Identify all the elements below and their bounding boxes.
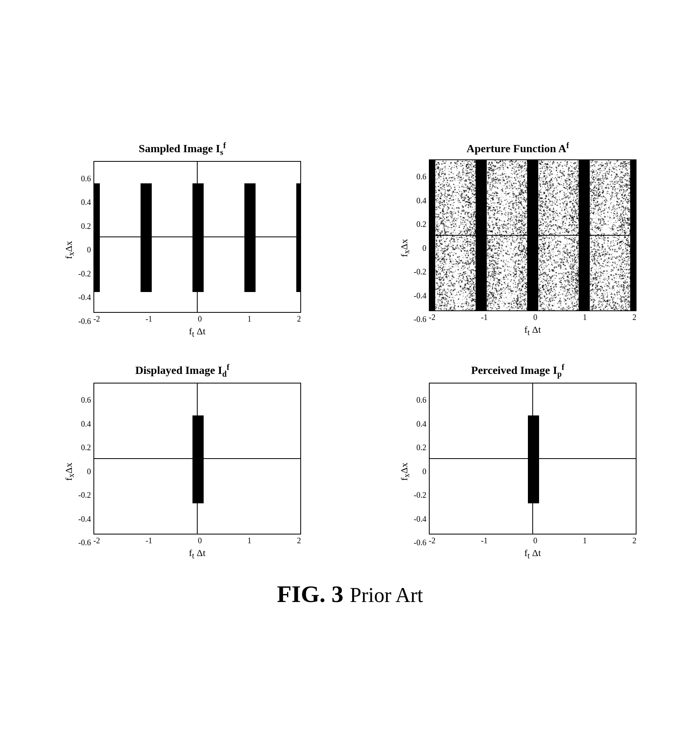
- chart-area-perceived: fxΔx 0.6 0.4 0.2 0 -0.2 -0.4 -0.6: [399, 383, 636, 560]
- figure-label: FIG. 3: [277, 580, 343, 608]
- xaxis-labels-displayed: -2 -1 0 1 2: [93, 536, 301, 545]
- bar-displayed-center: [192, 415, 204, 503]
- chart-with-yaxis-displayed: fxΔx 0.6 0.4 0.2 0 -0.2 -0.4 -0.6: [63, 383, 301, 560]
- chart-area-displayed: fxΔx 0.6 0.4 0.2 0 -0.2 -0.4 -0.6: [63, 383, 301, 560]
- chart-box-displayed: [93, 383, 301, 534]
- yaxis-labels-displayed: 0.6 0.4 0.2 0 -0.2 -0.4 -0.6: [78, 395, 91, 547]
- yaxis-labels-perceived: 0.6 0.4 0.2 0 -0.2 -0.4 -0.6: [414, 395, 426, 547]
- xlabel-aperture: ft Δt: [524, 324, 541, 337]
- y-label-displayed: fxΔx: [63, 463, 76, 481]
- chart-with-yaxis-aperture: fxΔx 0.6 0.4 0.2 0 -0.2 -0.4 -0.6: [399, 159, 636, 337]
- chart-with-yaxis-perceived: fxΔx 0.6 0.4 0.2 0 -0.2 -0.4 -0.6: [399, 383, 636, 560]
- chart-area-aperture: fxΔx 0.6 0.4 0.2 0 -0.2 -0.4 -0.6: [399, 159, 636, 337]
- chart-panel-perceived: Perceived Image Ipf fxΔx 0.6 0.4 0.2 0 -…: [366, 363, 670, 560]
- bar-perceived-center: [528, 415, 539, 503]
- chart-title-aperture: Aperture Function Af: [466, 141, 569, 155]
- bar-sampled-m1: [141, 183, 152, 292]
- y-label-aperture: fxΔx: [399, 239, 411, 257]
- yaxis-labels-sampled: 0.6 0.4 0.2 0 -0.2 -0.4 -0.6: [78, 174, 91, 326]
- chart-box-aperture: [429, 159, 637, 311]
- bar-sampled-m2: [93, 183, 100, 292]
- bar-sampled-0: [192, 183, 204, 292]
- y-label-sampled: fxΔx: [63, 241, 76, 259]
- chart-title-sampled: Sampled Image Isf: [139, 141, 226, 157]
- xaxis-labels-aperture: -2 -1 0 1 2: [429, 313, 637, 322]
- xaxis-labels-perceived: -2 -1 0 1 2: [429, 536, 637, 545]
- chart-area-sampled: fxΔx 0.6 0.4 0.2 0 -0.2 -0.4 -0.6: [63, 161, 301, 339]
- chart-box-perceived: [429, 383, 637, 534]
- figure-caption: FIG. 3 Prior Art: [277, 580, 423, 608]
- v-axis-aperture: [532, 160, 533, 310]
- chart-panel-aperture: Aperture Function Af fxΔx 0.6 0.4 0.2 0 …: [366, 141, 670, 339]
- y-label-perceived: fxΔx: [399, 463, 411, 481]
- chart-box-sampled: [93, 161, 301, 313]
- chart-panel-sampled: Sampled Image Isf fxΔx 0.6 0.4 0.2 0 -0.…: [31, 141, 334, 339]
- charts-grid: Sampled Image Isf fxΔx 0.6 0.4 0.2 0 -0.…: [31, 141, 670, 560]
- yaxis-labels-aperture: 0.6 0.4 0.2 0 -0.2 -0.4 -0.6: [414, 172, 426, 324]
- xaxis-labels-sampled: -2 -1 0 1 2: [93, 314, 301, 324]
- chart-title-displayed: Displayed Image Idf: [135, 363, 230, 379]
- xlabel-displayed: ft Δt: [189, 548, 206, 560]
- xlabel-sampled: ft Δt: [189, 326, 206, 339]
- bar-sampled-p2: [296, 183, 301, 292]
- chart-panel-displayed: Displayed Image Idf fxΔx 0.6 0.4 0.2 0 -…: [31, 363, 334, 560]
- chart-title-perceived: Perceived Image Ipf: [471, 363, 564, 379]
- xlabel-perceived: ft Δt: [524, 548, 541, 560]
- chart-with-yaxis-sampled: fxΔx 0.6 0.4 0.2 0 -0.2 -0.4 -0.6: [63, 161, 301, 339]
- prior-art-label: Prior Art: [350, 583, 423, 607]
- page-container: Sampled Image Isf fxΔx 0.6 0.4 0.2 0 -0.…: [31, 141, 670, 608]
- bar-sampled-p1: [244, 183, 256, 292]
